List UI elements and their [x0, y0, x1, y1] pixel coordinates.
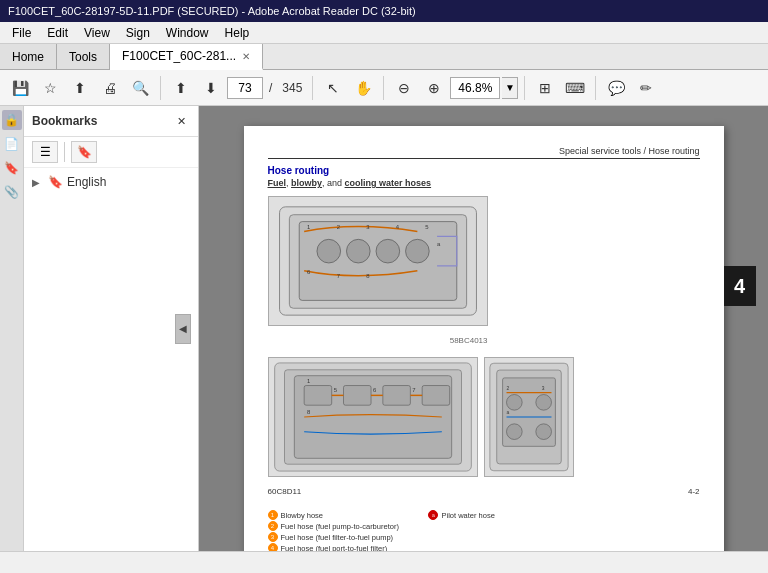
- menu-window[interactable]: Window: [158, 24, 217, 42]
- pdf-viewer[interactable]: 4 Special service tools / Hose routing H…: [199, 106, 768, 551]
- bookmark-view-btn[interactable]: ☰: [32, 141, 58, 163]
- tab-home[interactable]: Home: [0, 44, 57, 69]
- svg-point-5: [376, 239, 400, 263]
- svg-text:2: 2: [506, 386, 509, 391]
- menu-view[interactable]: View: [76, 24, 118, 42]
- highlight-button[interactable]: ✏: [632, 74, 660, 102]
- tab-bar: Home Tools F100CET_60C-281... ✕: [0, 44, 768, 70]
- page-number-input[interactable]: [227, 77, 263, 99]
- bookmark-item-english[interactable]: ▶ 🔖 English: [24, 172, 198, 192]
- page-separator: /: [265, 81, 276, 95]
- diagram-bottom-left: 1 5 6 7 8: [268, 357, 478, 477]
- legend-item-1: 1 Blowby hose: [268, 510, 409, 520]
- tab-tools[interactable]: Tools: [57, 44, 110, 69]
- main-layout: 🔒 📄 🔖 📎 Bookmarks ✕ ☰ 🔖 ▶ 🔖 English ◀: [0, 106, 768, 551]
- pdf-header: Special service tools / Hose routing: [268, 146, 700, 159]
- svg-point-31: [506, 395, 522, 411]
- chapter-number: 4: [734, 275, 745, 298]
- svg-text:7: 7: [336, 273, 339, 279]
- legend-section: 1 Blowby hose 2 Fuel hose (fuel pump-to-…: [268, 510, 495, 551]
- sep5: [595, 76, 596, 100]
- rotate-button[interactable]: ⌨: [561, 74, 589, 102]
- bookmarks-title: Bookmarks: [32, 114, 97, 128]
- svg-point-3: [316, 239, 340, 263]
- pdf-subtitle: Fuel, blowby, and cooling water hoses: [268, 178, 700, 188]
- legend-num-1: 1: [268, 510, 278, 520]
- title-bar: F100CET_60C-28197-5D-11.PDF (SECURED) - …: [0, 0, 768, 22]
- svg-point-6: [405, 239, 429, 263]
- svg-text:7: 7: [412, 387, 415, 393]
- menu-file[interactable]: File: [4, 24, 39, 42]
- svg-text:1: 1: [307, 378, 310, 384]
- bookmarks-content: ▶ 🔖 English: [24, 168, 198, 551]
- svg-point-34: [535, 424, 551, 440]
- hand-tool[interactable]: ✋: [349, 74, 377, 102]
- subtitle-cooling: cooling water hoses: [345, 178, 432, 188]
- bookmarks-toolbar: ☰ 🔖: [24, 137, 198, 168]
- svg-point-4: [346, 239, 370, 263]
- menu-help[interactable]: Help: [217, 24, 258, 42]
- legend-num-4: 4: [268, 543, 278, 551]
- tab-document-label: F100CET_60C-281...: [122, 49, 236, 63]
- prev-page-button[interactable]: ⬆: [167, 74, 195, 102]
- legend-text-1: Blowby hose: [281, 511, 324, 520]
- sidebar-icon-attachments[interactable]: 📎: [2, 182, 22, 202]
- next-page-button[interactable]: ⬇: [197, 74, 225, 102]
- pdf-header-text: Special service tools / Hose routing: [559, 146, 700, 156]
- ref-bottom-right: 4-2: [688, 487, 700, 496]
- navigation-controls: ⬆ ⬇ / 345: [167, 74, 306, 102]
- tab-document[interactable]: F100CET_60C-281... ✕: [110, 44, 263, 70]
- sidebar-icon-lock[interactable]: 🔒: [2, 110, 22, 130]
- zoom-out-button[interactable]: ⊖: [390, 74, 418, 102]
- legend-right-col: a Pilot water hose: [428, 510, 494, 551]
- attach-button[interactable]: ⬆: [66, 74, 94, 102]
- svg-point-32: [506, 424, 522, 440]
- bookmark-add-btn[interactable]: 🔖: [71, 141, 97, 163]
- legend-item-3: 3 Fuel hose (fuel filter-to-fuel pump): [268, 532, 409, 542]
- search-button[interactable]: 🔍: [126, 74, 154, 102]
- svg-rect-20: [343, 386, 371, 406]
- legend-item-2: 2 Fuel hose (fuel pump-to-carburetor): [268, 521, 409, 531]
- fit-page-button[interactable]: ⊞: [531, 74, 559, 102]
- bookmark-button[interactable]: ☆: [36, 74, 64, 102]
- ref-bottom: 60C8D11 4-2: [268, 487, 700, 496]
- total-pages: 345: [278, 81, 306, 95]
- status-bar: [0, 551, 768, 573]
- legend-num-a: a: [428, 510, 438, 520]
- sidebar-icon-layers[interactable]: 📄: [2, 134, 22, 154]
- diagram-row-top: 1 2 3 4 5 a 6 7 8: [268, 196, 488, 326]
- svg-text:3: 3: [541, 386, 544, 391]
- legend-text-4: Fuel hose (fuel port-to-fuel filter): [281, 544, 388, 552]
- legend-left-col: 1 Blowby hose 2 Fuel hose (fuel pump-to-…: [268, 510, 409, 551]
- zoom-input[interactable]: [450, 77, 500, 99]
- tab-close-button[interactable]: ✕: [242, 51, 250, 62]
- pdf-page: 4 Special service tools / Hose routing H…: [244, 126, 724, 551]
- subtitle-blowby: blowby: [291, 178, 322, 188]
- print-button[interactable]: 🖨: [96, 74, 124, 102]
- bookmarks-panel: Bookmarks ✕ ☰ 🔖 ▶ 🔖 English: [24, 106, 199, 551]
- sep2: [312, 76, 313, 100]
- menu-edit[interactable]: Edit: [39, 24, 76, 42]
- comment-button[interactable]: 💬: [602, 74, 630, 102]
- zoom-in-button[interactable]: ⊕: [420, 74, 448, 102]
- sidebar-icon-bookmarks[interactable]: 🔖: [2, 158, 22, 178]
- ref-top: 58BC4013: [268, 336, 488, 345]
- menu-sign[interactable]: Sign: [118, 24, 158, 42]
- legend-num-2: 2: [268, 521, 278, 531]
- bm-sep: [64, 142, 65, 162]
- svg-text:1: 1: [307, 224, 310, 230]
- sep1: [160, 76, 161, 100]
- collapse-panel-button[interactable]: ◀: [175, 314, 191, 344]
- svg-point-33: [535, 395, 551, 411]
- bookmark-arrow: ▶: [32, 177, 44, 188]
- select-tool[interactable]: ↖: [319, 74, 347, 102]
- close-bookmarks-button[interactable]: ✕: [172, 112, 190, 130]
- svg-rect-21: [382, 386, 410, 406]
- diagram-row-bottom: 1 5 6 7 8: [268, 357, 574, 477]
- legend-item-a: a Pilot water hose: [428, 510, 494, 520]
- save-button[interactable]: 💾: [6, 74, 34, 102]
- zoom-dropdown[interactable]: ▼: [502, 77, 518, 99]
- legend-text-3: Fuel hose (fuel filter-to-fuel pump): [281, 533, 394, 542]
- sep3: [383, 76, 384, 100]
- bookmark-english-label: English: [67, 175, 106, 189]
